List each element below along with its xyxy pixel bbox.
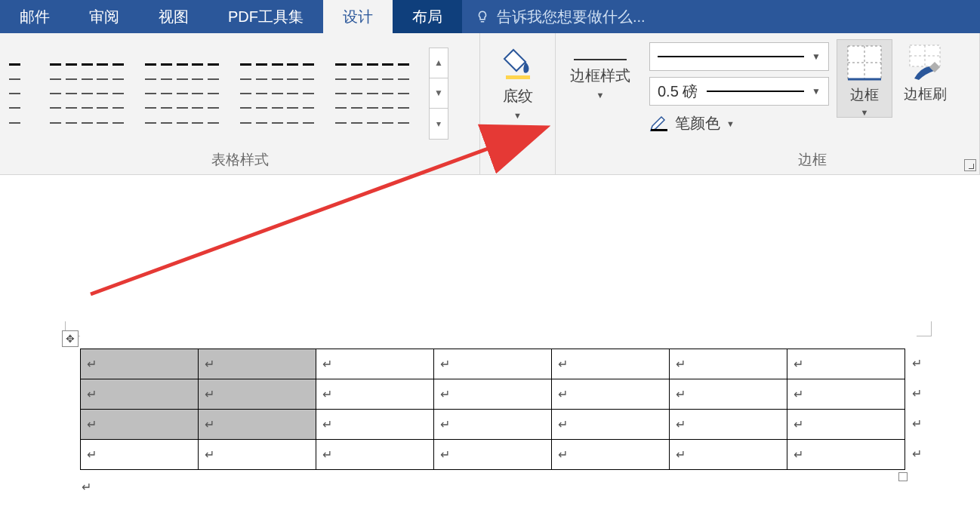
tab-view[interactable]: 视图 <box>139 0 208 33</box>
table-cell[interactable]: ↵ <box>434 349 552 379</box>
line-weight-value: 0.5 磅 <box>658 81 698 102</box>
tab-mail[interactable]: 邮件 <box>0 0 69 33</box>
table-cell[interactable]: ↵ <box>316 379 434 410</box>
chevron-down-icon: ▼ <box>513 111 522 120</box>
table-cell[interactable]: ↵ <box>670 440 787 470</box>
border-style-label: 边框样式 <box>570 66 630 84</box>
ribbon: ▲ ▼ ▾ 表格样式 底纹 ▼ <box>0 33 980 175</box>
ribbon-tabs: 邮件 审阅 视图 PDF工具集 设计 布局 告诉我您想要做什么... <box>0 0 980 33</box>
border-painter-icon <box>905 42 945 81</box>
pen-icon <box>649 115 669 132</box>
dialog-launcher[interactable] <box>964 159 976 171</box>
table-style-thumb[interactable] <box>239 60 316 127</box>
row-end-mark: ↵ <box>912 356 922 370</box>
table-cell[interactable]: ↵ <box>434 440 552 470</box>
table-cell[interactable]: ↵ <box>199 349 316 379</box>
table-row: ↵ ↵ ↵ ↵ ↵ ↵ ↵ <box>81 410 905 440</box>
row-end-mark: ↵ <box>912 447 922 461</box>
table-cell[interactable]: ↵ <box>670 410 787 440</box>
table-cell[interactable]: ↵ <box>670 379 787 410</box>
borders-group-label: 边框 <box>645 147 979 174</box>
tell-me-placeholder: 告诉我您想要做什么... <box>497 7 646 27</box>
borders-group: ▼ 0.5 磅 ▼ 笔颜色 ▼ <box>645 33 980 174</box>
tab-review[interactable]: 审阅 <box>69 0 139 33</box>
document-table[interactable]: ↵ ↵ ↵ ↵ ↵ ↵ ↵ ↵ ↵ ↵ ↵ ↵ ↵ ↵ ↵ ↵ ↵ ↵ <box>80 349 905 470</box>
border-style-button[interactable]: 边框样式 ▼ <box>560 39 640 100</box>
table-cell[interactable]: ↵ <box>434 410 552 440</box>
line-style-preview <box>658 56 804 57</box>
chevron-down-icon: ▼ <box>726 119 735 128</box>
table-style-thumb[interactable] <box>8 60 30 127</box>
shading-button[interactable]: 底纹 ▼ <box>485 39 550 120</box>
table-cell[interactable]: ↵ <box>316 440 434 470</box>
table-row: ↵ ↵ ↵ ↵ ↵ ↵ ↵ <box>81 440 905 470</box>
table-cell[interactable]: ↵ <box>552 440 670 470</box>
table-move-handle[interactable]: ✥ <box>62 330 79 347</box>
table-cell[interactable]: ↵ <box>552 349 670 379</box>
svg-rect-1 <box>651 129 667 131</box>
paragraph-mark: ↵ <box>82 480 91 494</box>
lightbulb-icon <box>476 10 489 23</box>
document-area[interactable]: ✥ ↵ ↵ ↵ ↵ ↵ ↵ ↵ ↵ ↵ ↵ ↵ ↵ ↵ ↵ ↵ <box>0 175 980 519</box>
border-style-group: 边框样式 ▼ <box>556 33 645 174</box>
table-cell[interactable]: ↵ <box>199 440 316 470</box>
chevron-down-icon: ▼ <box>861 108 869 117</box>
table-cell[interactable]: ↵ <box>199 379 316 410</box>
tell-me-search[interactable]: 告诉我您想要做什么... <box>462 0 980 33</box>
paint-bucket-icon <box>500 45 536 81</box>
table-cell[interactable]: ↵ <box>552 379 670 410</box>
line-weight-combo[interactable]: 0.5 磅 ▼ <box>649 77 829 106</box>
table-cell[interactable]: ↵ <box>787 440 905 470</box>
tab-pdf-tools[interactable]: PDF工具集 <box>208 0 323 33</box>
table-style-thumb[interactable] <box>143 60 220 127</box>
borders-grid-icon <box>845 43 884 82</box>
document-table-wrap: ✥ ↵ ↵ ↵ ↵ ↵ ↵ ↵ ↵ ↵ ↵ ↵ ↵ ↵ ↵ ↵ <box>80 349 905 470</box>
table-style-thumb[interactable] <box>334 60 411 127</box>
shading-group: 底纹 ▼ <box>480 33 556 174</box>
table-cell[interactable]: ↵ <box>81 349 199 379</box>
gallery-scroll-down[interactable]: ▼ <box>430 78 448 109</box>
table-cell[interactable]: ↵ <box>787 379 905 410</box>
table-styles-label: 表格样式 <box>0 147 479 174</box>
tab-layout[interactable]: 布局 <box>393 0 462 33</box>
table-cell[interactable]: ↵ <box>552 410 670 440</box>
gallery-expand[interactable]: ▾ <box>430 109 448 139</box>
row-end-mark: ↵ <box>912 416 922 431</box>
borders-button[interactable]: 边框 ▼ <box>837 39 892 118</box>
page-corner <box>917 321 932 336</box>
row-end-mark: ↵ <box>912 386 922 401</box>
pen-color-label: 笔颜色 <box>675 113 720 134</box>
table-style-thumb[interactable] <box>48 60 125 127</box>
table-cell[interactable]: ↵ <box>81 410 199 440</box>
border-painter-button[interactable]: 边框刷 <box>895 39 954 104</box>
chevron-down-icon: ▼ <box>596 91 605 100</box>
table-cell[interactable]: ↵ <box>787 349 905 379</box>
svg-rect-0 <box>506 75 530 79</box>
chevron-down-icon: ▼ <box>812 86 821 97</box>
table-resize-handle[interactable] <box>898 472 908 481</box>
shading-label: 底纹 <box>503 86 533 106</box>
table-cell[interactable]: ↵ <box>316 349 434 379</box>
line-weight-preview <box>707 91 804 92</box>
table-cell[interactable]: ↵ <box>81 440 199 470</box>
border-painter-label: 边框刷 <box>904 84 947 104</box>
border-style-preview <box>574 59 627 60</box>
table-cell[interactable]: ↵ <box>670 349 787 379</box>
gallery-scroll: ▲ ▼ ▾ <box>429 48 448 140</box>
line-style-combo[interactable]: ▼ <box>649 42 829 71</box>
gallery-scroll-up[interactable]: ▲ <box>430 48 448 78</box>
table-cell[interactable]: ↵ <box>434 379 552 410</box>
table-cell[interactable]: ↵ <box>199 410 316 440</box>
table-row: ↵ ↵ ↵ ↵ ↵ ↵ ↵ <box>81 349 905 379</box>
table-cell[interactable]: ↵ <box>81 379 199 410</box>
table-row: ↵ ↵ ↵ ↵ ↵ ↵ ↵ <box>81 379 905 410</box>
borders-label: 边框 <box>850 85 879 105</box>
table-cell[interactable]: ↵ <box>787 410 905 440</box>
table-cell[interactable]: ↵ <box>316 410 434 440</box>
chevron-down-icon: ▼ <box>812 51 821 62</box>
table-styles-group: ▲ ▼ ▾ 表格样式 <box>0 33 480 174</box>
pen-color-button[interactable]: 笔颜色 ▼ <box>649 112 829 135</box>
tab-design[interactable]: 设计 <box>323 0 393 33</box>
